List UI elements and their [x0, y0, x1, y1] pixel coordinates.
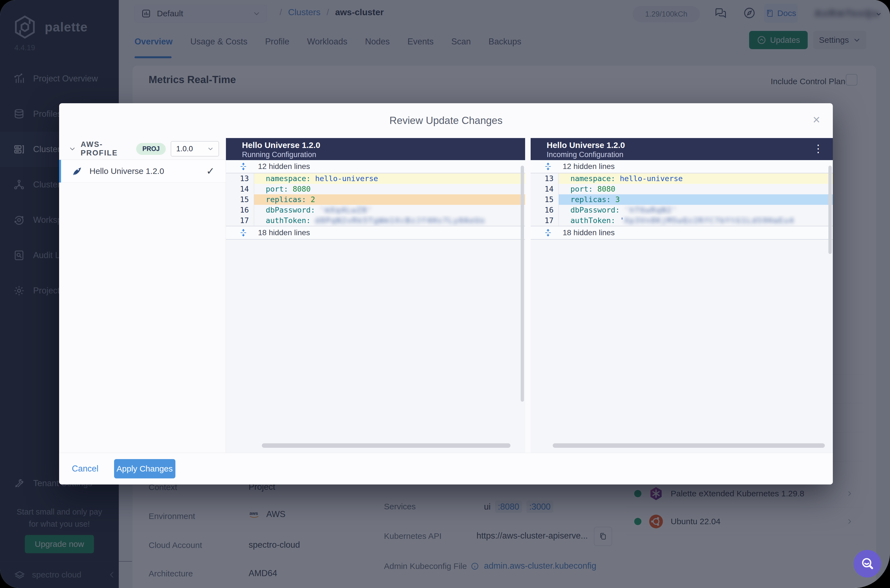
vertical-scrollbar[interactable]	[828, 166, 832, 254]
unfold-icon	[544, 229, 552, 237]
profile-panel-header: AWS-PROFILE PROJ 1.0.0	[59, 138, 226, 160]
running-config-header: Hello Universe 1.2.0 Running Configurati…	[226, 138, 525, 160]
review-update-changes-modal: Review Update Changes × AWS-PROFILE PROJ…	[59, 103, 833, 484]
hidden-lines-label: 18 hidden lines	[258, 228, 310, 237]
line-number: 16	[226, 205, 254, 215]
check-icon: ✓	[206, 165, 215, 177]
modal-footer: Cancel Apply Changes	[59, 453, 833, 484]
hidden-lines-bottom[interactable]: 18 hidden lines	[531, 226, 833, 240]
code-line: 17 authToken: 'Xp3Vn8KjM5wQz2RfC7bYtG1Ld…	[531, 215, 833, 226]
line-number: 13	[226, 173, 254, 184]
apply-changes-button[interactable]: Apply Changes	[114, 459, 175, 478]
hidden-lines-label: 18 hidden lines	[563, 228, 615, 237]
code-line: 14 port: 8080	[226, 184, 525, 194]
rocket-icon	[72, 166, 83, 177]
horizontal-scrollbar[interactable]	[553, 443, 825, 448]
horizontal-scrollbar[interactable]	[262, 443, 510, 448]
panel-subtitle: Running Configuration	[242, 150, 525, 159]
unfold-icon	[544, 162, 552, 171]
modal-title: Review Update Changes	[59, 103, 833, 138]
redacted-value: 'hT6wRqN2'	[624, 206, 678, 214]
redacted-value: Xp3Vn8KjM5wQz2RfC7bYtG1LdS9HaEu4	[624, 216, 794, 225]
code-line-changed: 15 replicas: 2	[226, 194, 525, 205]
line-number: 15	[531, 194, 559, 205]
profile-layer-item[interactable]: Hello Universe 1.2.0 ✓	[59, 160, 226, 183]
magnifier-smile-icon	[860, 556, 875, 572]
code-line: 13 namespace: hello-universe	[226, 173, 525, 184]
incoming-config-panel: Hello Universe 1.2.0 Incoming Configurat…	[531, 138, 833, 453]
line-number: 16	[531, 205, 559, 215]
hidden-lines-bottom[interactable]: 18 hidden lines	[226, 226, 525, 240]
line-number: 17	[226, 215, 254, 226]
redacted-value: 'mXq4LwZ8'	[320, 206, 373, 214]
panel-subtitle: Incoming Configuration	[547, 150, 833, 159]
cancel-button[interactable]: Cancel	[72, 464, 99, 474]
search-help-fab[interactable]	[854, 550, 881, 578]
unfold-icon	[239, 162, 248, 171]
hidden-lines-top[interactable]: 12 hidden lines	[226, 160, 525, 173]
close-icon[interactable]: ×	[813, 113, 820, 126]
line-number: 14	[531, 184, 559, 194]
profile-layer-label: Hello Universe 1.2.0	[90, 166, 164, 176]
code-line: 16 dbPassword: 'mXq4LwZ8'	[226, 205, 525, 215]
chevron-down-icon[interactable]	[69, 145, 76, 153]
incoming-config-header: Hello Universe 1.2.0 Incoming Configurat…	[531, 138, 833, 160]
hidden-lines-top[interactable]: 12 hidden lines	[531, 160, 833, 173]
running-config-panel: Hello Universe 1.2.0 Running Configurati…	[226, 138, 525, 453]
vertical-scrollbar[interactable]	[521, 166, 524, 402]
scope-badge: PROJ	[136, 143, 166, 155]
panel-title: Hello Universe 1.2.0	[242, 140, 525, 150]
line-number: 17	[531, 215, 559, 226]
code-line-changed: 15 replicas: 3	[531, 194, 833, 205]
chevron-down-icon	[207, 146, 213, 152]
line-number: 14	[226, 184, 254, 194]
selected-indicator-bar	[59, 160, 61, 183]
line-number: 15	[226, 194, 254, 205]
profile-version-select[interactable]: 1.0.0	[171, 141, 219, 156]
line-number: 13	[531, 173, 559, 184]
profile-group-name: AWS-PROFILE	[81, 140, 131, 158]
kebab-menu-icon[interactable]: ⋮	[813, 142, 824, 154]
panel-title: Hello Universe 1.2.0	[547, 140, 833, 150]
profile-panel: AWS-PROFILE PROJ 1.0.0 Hello Universe 1.…	[59, 138, 226, 453]
hidden-lines-label: 12 hidden lines	[258, 162, 310, 171]
app-window: palette 4.4.19 Project Overview Profiles…	[0, 0, 890, 588]
code-line: 17 authToken: d8PqN2vRk5TgWm1XcBzJf4Hs7L…	[226, 215, 525, 226]
unfold-icon	[239, 229, 248, 237]
code-line: 16 dbPassword: 'hT6wRqN2'	[531, 205, 833, 215]
code-line: 14 port: 8080	[531, 184, 833, 194]
code-line: 13 namespace: hello-universe	[531, 173, 833, 184]
hidden-lines-label: 12 hidden lines	[563, 162, 615, 171]
redacted-value: d8PqN2vRk5TgWm1XcBzJf4Hs7Ly0AeUo	[315, 216, 485, 225]
profile-version-value: 1.0.0	[176, 145, 193, 153]
